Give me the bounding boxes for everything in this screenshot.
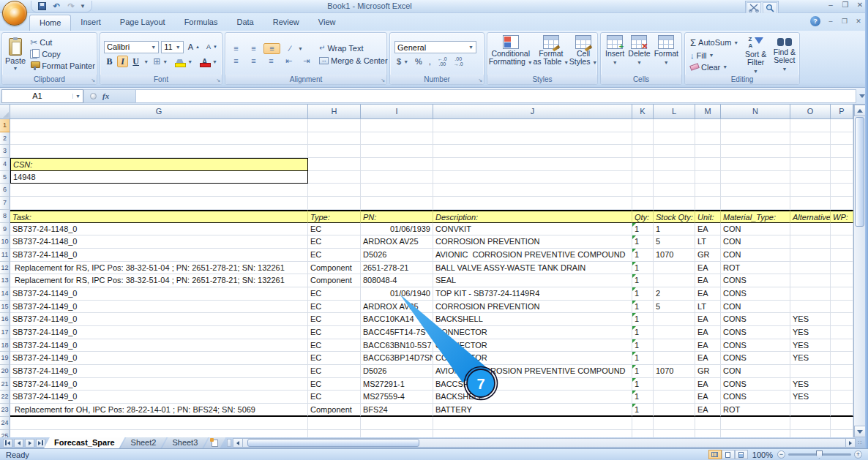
cell-O12[interactable] <box>790 262 831 275</box>
cell-I17[interactable]: BACC45FT14-7S <box>361 326 433 339</box>
cell-P1[interactable] <box>831 119 853 132</box>
zoom-in-button[interactable]: + <box>854 450 862 459</box>
cell-P19[interactable] <box>831 352 853 365</box>
row-header-18[interactable]: 18 <box>0 339 10 352</box>
cell-P24[interactable] <box>831 417 853 430</box>
cell-K4[interactable] <box>632 158 654 171</box>
cell-L3[interactable] <box>654 145 695 158</box>
merge-center-button[interactable]: ↔Merge & Center▼ <box>317 56 397 66</box>
cell-K22[interactable]: 1 <box>632 391 654 404</box>
row-header-20[interactable]: 20 <box>0 365 10 378</box>
cell-M3[interactable] <box>695 145 721 158</box>
cell-H2[interactable] <box>308 132 361 146</box>
cell-M14[interactable]: EA <box>695 287 721 301</box>
cell-L16[interactable] <box>654 313 695 326</box>
cell-J22[interactable]: BACKSHELL <box>433 391 632 404</box>
cell-H13[interactable]: Component <box>308 274 361 287</box>
cell-O20[interactable] <box>790 365 831 378</box>
row-header-10[interactable]: 10 <box>0 235 10 249</box>
vertical-scrollbar[interactable] <box>853 105 865 437</box>
cell-L20[interactable]: 1070 <box>654 365 695 378</box>
cell-O1[interactable] <box>790 119 831 132</box>
font-dialog-launcher[interactable]: ↘ <box>216 78 220 83</box>
zoom-out-button[interactable]: − <box>777 450 785 459</box>
row-header-24[interactable]: 24 <box>0 417 10 430</box>
column-header-J[interactable]: J <box>433 105 632 119</box>
cell-I24[interactable] <box>361 417 433 430</box>
cell-K19[interactable]: 1 <box>632 352 654 365</box>
borders-button[interactable]: ⊞▼ <box>151 56 170 67</box>
cell-N19[interactable]: CONS <box>721 352 790 365</box>
tab-page-layout[interactable]: Page Layout <box>111 15 175 31</box>
cell-G19[interactable]: SB737-24-1149_0 <box>10 352 308 365</box>
cell-H8[interactable]: Type: <box>308 210 361 223</box>
cell-N20[interactable]: CON <box>721 365 790 378</box>
cell-H19[interactable]: EC <box>308 352 361 365</box>
cell-L13[interactable] <box>654 274 695 287</box>
zoom-slider-track[interactable] <box>788 453 851 456</box>
cell-O3[interactable] <box>790 145 831 158</box>
cell-G12[interactable]: Replacement for RS, IPC Pos: 38-32-51-04… <box>10 262 308 275</box>
cell-M4[interactable] <box>695 158 721 171</box>
cell-O18[interactable]: YES <box>790 339 831 352</box>
cell-N3[interactable] <box>721 145 790 158</box>
cell-G6[interactable] <box>10 184 308 197</box>
conditional-formatting-button[interactable]: ConditionalFormatting ▼ <box>489 35 533 67</box>
column-header-O[interactable]: O <box>790 105 831 119</box>
cell-J25[interactable] <box>433 430 632 438</box>
cell-H17[interactable]: EC <box>308 326 361 339</box>
cell-H15[interactable]: EC <box>308 301 361 314</box>
wrap-text-button[interactable]: ↵Wrap Text <box>317 43 397 53</box>
cell-N14[interactable]: CONS <box>721 287 790 301</box>
cell-M11[interactable]: GR <box>695 249 721 262</box>
cell-P25[interactable] <box>831 430 853 438</box>
top-align-button[interactable]: ≡ <box>228 44 244 53</box>
scroll-up-button[interactable] <box>854 105 866 116</box>
cell-P13[interactable] <box>831 274 853 287</box>
align-center-button[interactable]: ≡ <box>246 56 261 66</box>
cell-L6[interactable] <box>654 184 695 197</box>
number-dialog-launcher[interactable]: ↘ <box>478 78 482 83</box>
cell-O8[interactable]: Alternative: <box>790 210 831 223</box>
cell-O4[interactable] <box>790 158 831 171</box>
cell-H23[interactable]: Component <box>308 404 361 417</box>
cell-N25[interactable] <box>721 430 790 438</box>
cell-I10[interactable]: ARDROX AV25 <box>361 235 433 249</box>
horizontal-scrollbar-thumb[interactable] <box>247 439 419 447</box>
cell-L23[interactable] <box>654 404 695 417</box>
cell-I18[interactable]: BACC63BN10-5S7 <box>361 339 433 352</box>
cell-O7[interactable] <box>790 197 831 210</box>
cell-L4[interactable] <box>654 158 695 171</box>
cell-H7[interactable] <box>308 197 361 210</box>
cell-J21[interactable]: BACCSHELL <box>433 378 632 391</box>
insert-cells-button[interactable]: + Insert▼ <box>605 35 624 67</box>
scroll-down-button[interactable] <box>854 426 866 437</box>
middle-align-button[interactable]: ≡ <box>246 44 261 53</box>
name-box-dropdown[interactable]: ▼ <box>72 94 83 99</box>
cell-I15[interactable]: ARDROX AV25 <box>361 301 433 314</box>
cell-M25[interactable] <box>695 430 721 438</box>
cell-K13[interactable]: 1 <box>632 274 654 287</box>
cell-O17[interactable]: YES <box>790 326 831 339</box>
cell-P7[interactable] <box>831 197 853 210</box>
undo-button[interactable]: ↶ <box>50 1 62 12</box>
cell-M2[interactable] <box>695 132 721 146</box>
next-sheet-button[interactable] <box>25 439 34 448</box>
cell-H21[interactable]: EC <box>308 378 361 391</box>
cell-H9[interactable]: EC <box>308 223 361 236</box>
cell-M21[interactable]: EA <box>695 378 721 391</box>
cell-P12[interactable] <box>831 262 853 275</box>
cell-N17[interactable]: CONS <box>721 326 790 339</box>
cell-J5[interactable] <box>433 171 632 184</box>
decrease-decimal-button[interactable]: .00→.0 <box>452 56 465 67</box>
cell-K9[interactable]: 1 <box>632 223 654 236</box>
name-box[interactable]: A1 ▼ <box>1 89 83 103</box>
cell-G5[interactable]: 14948 <box>10 171 308 184</box>
cell-G3[interactable] <box>10 145 308 158</box>
cell-P23[interactable] <box>831 404 853 417</box>
row-header-6[interactable]: 6 <box>0 184 10 197</box>
cell-N5[interactable] <box>721 171 790 184</box>
cell-K5[interactable] <box>632 171 654 184</box>
cell-H22[interactable]: EC <box>308 391 361 404</box>
magnifier-tool-button[interactable] <box>763 2 777 14</box>
